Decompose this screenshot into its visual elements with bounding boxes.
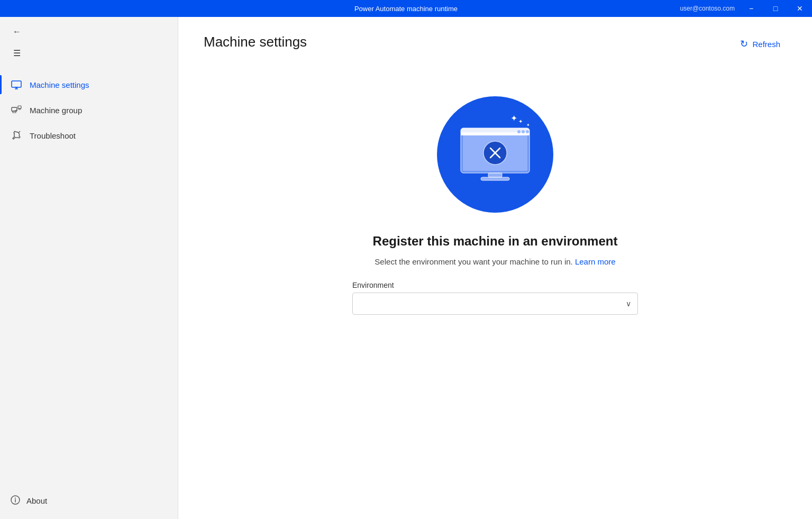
svg-rect-7	[19, 108, 21, 110]
machine-settings-icon	[11, 79, 22, 90]
main-content: Machine settings ↻ Refresh ✦ ✦ ✦	[178, 17, 812, 519]
svg-rect-23	[481, 177, 509, 180]
maximize-button[interactable]: □	[763, 0, 788, 17]
svg-point-11	[15, 498, 16, 499]
sidebar-bottom: About	[0, 482, 178, 519]
sidebar-nav: Machine settings Machine group	[0, 68, 178, 152]
sidebar-top: ← ☰	[0, 17, 178, 68]
app-layout: ← ☰ Machine settings	[0, 17, 812, 519]
illustration-circle: ✦ ✦ ✦	[437, 96, 553, 213]
svg-rect-22	[488, 173, 502, 177]
refresh-button[interactable]: ↻ Refresh	[734, 34, 787, 54]
sidebar-item-machine-group[interactable]: Machine group	[0, 97, 178, 123]
titlebar: Power Automate machine runtime user@cont…	[0, 0, 812, 17]
hamburger-icon: ☰	[13, 48, 21, 58]
svg-rect-0	[12, 81, 21, 87]
chevron-down-icon: ∨	[626, 299, 631, 308]
close-button[interactable]: ✕	[788, 0, 812, 17]
svg-point-17	[526, 130, 529, 133]
svg-point-16	[522, 130, 525, 133]
main-description: Select the environment you want your mac…	[375, 257, 615, 266]
back-button[interactable]: ←	[8, 23, 25, 40]
troubleshoot-icon	[11, 130, 22, 141]
monitor-illustration	[455, 123, 535, 186]
sparkle-icon-1: ✦	[518, 119, 523, 124]
sidebar-item-machine-settings-label: Machine settings	[30, 80, 89, 89]
sidebar-item-machine-settings[interactable]: Machine settings	[0, 72, 178, 97]
titlebar-controls: − □ ✕	[739, 0, 812, 17]
main-heading: Register this machine in an environment	[373, 234, 618, 249]
svg-rect-5	[13, 111, 16, 113]
svg-rect-6	[18, 106, 21, 108]
refresh-label: Refresh	[752, 40, 780, 49]
environment-dropdown[interactable]: ∨	[352, 293, 638, 315]
titlebar-title: Power Automate machine runtime	[354, 5, 458, 13]
main-body: ✦ ✦ ✦	[178, 65, 812, 519]
svg-rect-4	[12, 107, 17, 111]
svg-point-15	[517, 130, 521, 133]
refresh-icon: ↻	[740, 38, 748, 50]
minimize-button[interactable]: −	[739, 0, 763, 17]
main-description-text: Select the environment you want your mac…	[375, 257, 572, 266]
about-button[interactable]: About	[11, 491, 167, 511]
about-icon	[11, 495, 20, 506]
titlebar-user: user@contoso.com	[680, 5, 735, 12]
sidebar-item-troubleshoot[interactable]: Troubleshoot	[0, 123, 178, 148]
environment-section: Environment ∨	[352, 281, 638, 315]
sparkle-icon-3: ✦	[526, 123, 530, 128]
back-icon: ←	[13, 27, 21, 37]
machine-group-icon	[11, 105, 22, 115]
environment-label: Environment	[352, 281, 638, 289]
main-header: Machine settings ↻ Refresh	[178, 17, 812, 65]
sidebar: ← ☰ Machine settings	[0, 17, 178, 519]
sidebar-item-machine-group-label: Machine group	[30, 106, 82, 115]
page-title: Machine settings	[204, 34, 307, 50]
hamburger-button[interactable]: ☰	[8, 44, 25, 61]
about-label: About	[26, 496, 47, 505]
sidebar-item-troubleshoot-label: Troubleshoot	[30, 131, 76, 140]
sparkle-icon-2: ✦	[510, 113, 517, 123]
learn-more-link[interactable]: Learn more	[575, 257, 616, 266]
